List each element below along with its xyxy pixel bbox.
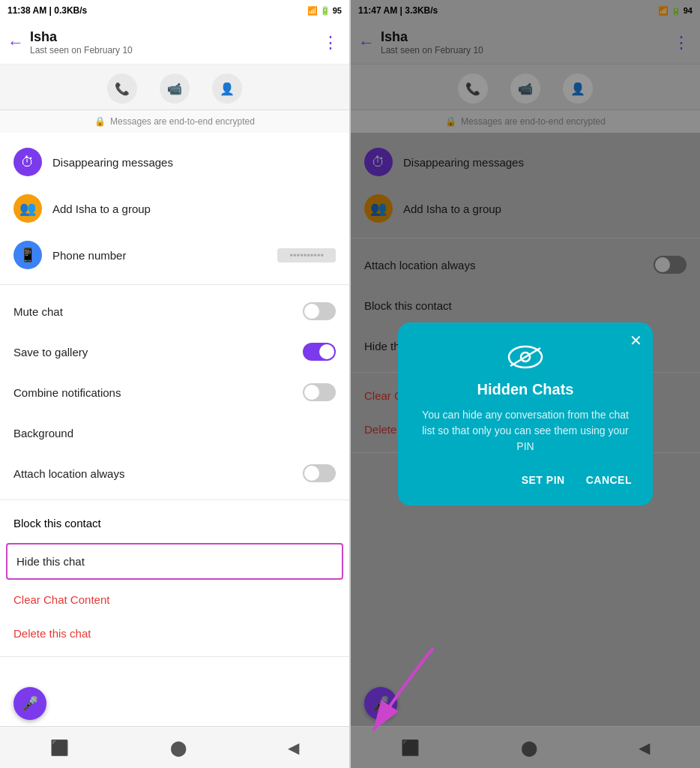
dialog-icon: [416, 344, 635, 374]
disappearing-icon: ⏱: [13, 148, 42, 176]
disappearing-messages-item[interactable]: ⏱ Disappearing messages: [0, 139, 349, 185]
left-bottom-nav: ⬛ ⬤ ◀: [0, 726, 349, 768]
left-settings-list: ⏱ Disappearing messages 👥 Add Isha to a …: [0, 133, 349, 726]
dialog-description: You can hide any conversation from the c…: [416, 407, 635, 454]
battery-icon: 🔋: [320, 6, 331, 16]
left-nav-square[interactable]: ⬛: [38, 733, 81, 763]
hidden-chats-dialog: ✕ Hidden Chats You can hide any conversa…: [398, 322, 653, 506]
left-header: ← Isha Last seen on February 10 ⋮: [0, 21, 349, 64]
mute-toggle[interactable]: [303, 302, 336, 320]
left-time: 11:38 AM | 0.3KB/s: [7, 5, 87, 16]
left-toggle-section: Mute chat Save to gallery Combine notifi…: [0, 285, 349, 500]
attach-location-toggle[interactable]: [303, 464, 336, 482]
left-status-bar: 11:38 AM | 0.3KB/s 📶 🔋 95: [0, 0, 349, 21]
cancel-button[interactable]: CANCEL: [583, 470, 635, 490]
video-icon[interactable]: 📹: [160, 74, 190, 104]
left-panel: 11:38 AM | 0.3KB/s 📶 🔋 95 ← Isha Last se…: [0, 0, 349, 768]
delete-chat-item[interactable]: Delete this chat: [0, 616, 349, 650]
set-pin-button[interactable]: SET PIN: [519, 470, 568, 490]
lock-icon: 🔒: [94, 116, 106, 127]
dialog-overlay: ✕ Hidden Chats You can hide any conversa…: [351, 0, 700, 768]
combine-notifications-label: Combine notifications: [13, 386, 303, 399]
save-gallery-item[interactable]: Save to gallery: [0, 332, 349, 372]
background-item[interactable]: Background: [0, 412, 349, 453]
clear-chat-item[interactable]: Clear Chat Content: [0, 583, 349, 616]
dialog-title: Hidden Chats: [416, 381, 635, 398]
phone-label: Phone number: [52, 249, 277, 262]
add-group-label: Add Isha to a group: [52, 202, 336, 215]
contact-icon[interactable]: 👤: [212, 74, 242, 104]
svg-line-2: [510, 348, 540, 366]
signal-icon: 📶: [307, 6, 318, 16]
phone-number-item[interactable]: 📱 Phone number ••••••••••: [0, 232, 349, 278]
battery-pct: 95: [333, 6, 342, 15]
left-nav-back[interactable]: ◀: [276, 733, 311, 763]
hide-chat-item[interactable]: Hide this chat: [6, 543, 343, 580]
left-header-info: Isha Last seen on February 10: [30, 29, 319, 56]
left-status-icons: 📶 🔋 95: [307, 6, 342, 16]
left-action-icons: 📞 📹 👤: [0, 64, 349, 110]
left-text-section: Block this contact Hide this chat Clear …: [0, 500, 349, 657]
left-enc-notice: 🔒 Messages are end-to-end encrypted: [0, 110, 349, 133]
mute-chat-item[interactable]: Mute chat: [0, 291, 349, 332]
block-contact-item[interactable]: Block this contact: [0, 506, 349, 540]
save-gallery-toggle[interactable]: [303, 343, 336, 361]
dialog-actions: SET PIN CANCEL: [416, 470, 635, 490]
attach-location-item[interactable]: Attach location always: [0, 453, 349, 494]
left-contact-name: Isha: [30, 29, 319, 45]
background-label: Background: [13, 427, 336, 440]
left-last-seen: Last seen on February 10: [30, 45, 319, 56]
left-nav-circle[interactable]: ⬤: [158, 733, 199, 763]
phone-icon: 📱: [13, 241, 42, 269]
left-more-button[interactable]: ⋮: [319, 30, 342, 56]
mic-fab-button[interactable]: 🎤: [13, 687, 46, 720]
attach-location-label: Attach location always: [13, 467, 303, 480]
mute-label: Mute chat: [13, 305, 303, 318]
arrow-annotation: [358, 640, 448, 738]
add-group-icon: 👥: [13, 194, 42, 223]
disappearing-label: Disappearing messages: [52, 156, 336, 169]
right-panel: 11:47 AM | 3.3KB/s 📶 🔋 94 ← Isha Last se…: [351, 0, 700, 768]
dialog-close-button[interactable]: ✕: [630, 332, 642, 350]
add-to-group-item[interactable]: 👥 Add Isha to a group: [0, 185, 349, 232]
call-icon[interactable]: 📞: [107, 74, 137, 104]
left-back-button[interactable]: ←: [7, 30, 30, 56]
save-gallery-label: Save to gallery: [13, 346, 303, 358]
combine-notifications-item[interactable]: Combine notifications: [0, 372, 349, 412]
left-menu-section: ⏱ Disappearing messages 👥 Add Isha to a …: [0, 133, 349, 285]
phone-value: ••••••••••: [277, 248, 336, 262]
combine-notifications-toggle[interactable]: [303, 383, 336, 401]
enc-text: Messages are end-to-end encrypted: [110, 116, 255, 127]
